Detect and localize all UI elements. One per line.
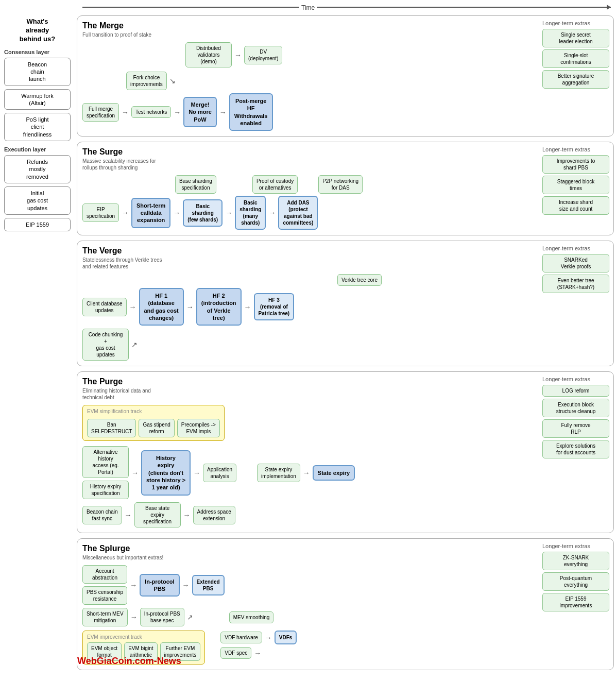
evm-bigint-node: EVM bigintarithmetic bbox=[124, 642, 157, 661]
arrow-purge1: → bbox=[131, 469, 139, 477]
surge-section: The Surge Massive scalability increases … bbox=[77, 142, 614, 235]
short-term-node: Short-termcalldataexpansion bbox=[131, 198, 170, 228]
splurge-evm-track: EVM improvement track EVM objectformat E… bbox=[82, 631, 205, 665]
time-header: Time bbox=[0, 0, 616, 13]
purge-extra-3: Fully removeRLP bbox=[542, 419, 609, 438]
basic-sharding-few-node: Basicsharding(few shards) bbox=[183, 199, 223, 227]
sidebar-eip1559: EIP 1559 bbox=[4, 218, 71, 231]
surge-extras-label: Longer-term extras bbox=[542, 146, 609, 152]
splurge-row2: Short-term MEVmitigation → In-protocol P… bbox=[82, 608, 534, 626]
surge-desc: Massive scalability increases for rollup… bbox=[82, 158, 165, 171]
verge-row2: Code chunking +gas cost updates ↗ bbox=[82, 329, 534, 361]
post-merge-node: Post-mergeHFWithdrawalsenabled bbox=[229, 93, 273, 131]
splurge-left1: Accountabstraction PBS censorshipresista… bbox=[82, 565, 127, 605]
history-expiry-spec-node: History expiryspecification bbox=[82, 481, 129, 499]
hf3-node: HF 3(removal ofPatricia tree) bbox=[254, 293, 295, 320]
merge-extra-1: Single secretleader election bbox=[542, 29, 609, 47]
merge-desc: Full transition to proof of stake bbox=[82, 31, 165, 38]
sidebar-refunds: Refundsmostlyremoved bbox=[4, 155, 71, 183]
dv-deployment-node: DV(deployment) bbox=[244, 46, 282, 64]
arrow-eip-st: → bbox=[122, 209, 129, 217]
purge-evm-track-label: EVM simplification track bbox=[87, 408, 220, 414]
splurge-extras-label: Longer-term extras bbox=[542, 543, 609, 549]
purge-extras: Longer-term extras LOG reform Execution … bbox=[542, 376, 609, 461]
arrow-bm-das: → bbox=[268, 209, 276, 217]
merge-row2: Full mergespecification → Test networks … bbox=[82, 93, 534, 131]
arrow-fc: ↘ bbox=[169, 77, 176, 85]
surge-extra-3: Increase shardsize and count bbox=[542, 196, 609, 215]
vdf-row1: VDF hardware → VDFs bbox=[220, 631, 297, 644]
surge-main-row: EIPspecification → Short-termcalldataexp… bbox=[82, 196, 534, 230]
arrow-st-bs: → bbox=[173, 209, 180, 217]
arrow-tn-merge: → bbox=[174, 108, 181, 116]
extended-pbs-node: ExtendedPBS bbox=[192, 575, 225, 595]
client-db-node: Client databaseupdates bbox=[82, 298, 127, 316]
verge-rows: Client databaseupdates → HF 1(databasean… bbox=[82, 288, 534, 361]
verge-extra-1: SNARKedVerkle proofs bbox=[542, 254, 609, 273]
merge-main-rows: Fork choiceimprovements ↘ Full mergespec… bbox=[82, 72, 534, 131]
add-das-node: Add DAS(protectagainst badcommittees) bbox=[278, 196, 318, 230]
splurge-extra-1: ZK-SNARKeverything bbox=[542, 552, 609, 570]
verge-extra-2: Even better tree(STARK+hash?) bbox=[542, 275, 609, 293]
time-arrow bbox=[82, 7, 611, 8]
time-label: Time bbox=[299, 4, 317, 11]
sidebar-title: What's already behind us? bbox=[4, 18, 71, 44]
arrow-fms-tn: → bbox=[122, 108, 129, 116]
short-term-mev-node: Short-term MEVmitigation bbox=[82, 608, 128, 626]
arrow-ipp-ext: → bbox=[182, 581, 190, 589]
surge-extra-2: Staggered blocktimes bbox=[542, 176, 609, 194]
account-abstraction-node: Accountabstraction bbox=[82, 565, 127, 584]
purge-extra-4: Explore solutionsfor dust accounts bbox=[542, 440, 609, 458]
arrow-he-aa: → bbox=[193, 469, 200, 477]
verkle-top: Verkle tree core bbox=[185, 274, 534, 286]
purge-desc: Eliminating historical data and technica… bbox=[82, 387, 165, 401]
merge-node: Merge!No morePoW bbox=[183, 97, 217, 127]
sidebar-pos-light: PoS lightclientfriendliness bbox=[4, 113, 71, 141]
splurge-row1: Accountabstraction PBS censorshipresista… bbox=[82, 565, 534, 605]
sidebar-initial-gas: Initialgas costupdates bbox=[4, 186, 71, 215]
verge-section: The Verge Statelessness through Verkle t… bbox=[77, 241, 614, 366]
merge-extras-label: Longer-term extras bbox=[542, 20, 609, 26]
base-sharding-spec-node: Base shardingspecification bbox=[175, 175, 216, 194]
arrow-hf23: → bbox=[244, 303, 251, 311]
precompiles-node: Precompiles ->EVM impls bbox=[177, 419, 220, 437]
test-networks-node: Test networks bbox=[131, 106, 171, 118]
further-evm-node: Further EVMimprovements bbox=[160, 642, 201, 661]
content-area: The Merge Full transition to proof of st… bbox=[75, 13, 616, 677]
app-analysis-node: Applicationanalysis bbox=[203, 464, 236, 482]
splurge-desc: Miscellaneous but important extras! bbox=[82, 554, 165, 561]
splurge-pbs-rows: Accountabstraction PBS censorshipresista… bbox=[82, 565, 534, 626]
purge-extra-2: Execution blockstructure cleanup bbox=[542, 399, 609, 417]
merge-section: The Merge Full transition to proof of st… bbox=[77, 15, 614, 137]
merge-flow: Distributedvalidators (demo) → DV(deploy… bbox=[82, 42, 534, 131]
verge-flow: Verkle tree core Client databaseupdates … bbox=[82, 274, 534, 361]
purge-extras-label: Longer-term extras bbox=[542, 376, 609, 382]
proof-of-custody-node: Proof of custodyor alternatives bbox=[252, 175, 298, 194]
arrow-bse-ase: → bbox=[183, 511, 191, 519]
surge-extra-1: Improvements toshard PBS bbox=[542, 155, 609, 174]
sidebar-warmup-fork: Warmup fork(Altair) bbox=[4, 89, 71, 110]
splurge-evm-track-label: EVM improvement track bbox=[87, 634, 200, 640]
splurge-evm-nodes: EVM objectformat EVM bigintarithmetic Fu… bbox=[87, 642, 200, 661]
splurge-section: The Splurge Miscellaneous but important … bbox=[77, 538, 614, 670]
arrow-splurge1: → bbox=[130, 581, 137, 589]
purge-row1: Alternative historyaccess (eg. Portal) H… bbox=[82, 446, 534, 499]
verge-desc: Statelessness through Verkle trees and r… bbox=[82, 257, 165, 270]
sidebar-beacon-chain: Beaconchainlaunch bbox=[4, 58, 71, 86]
arrow-dv: → bbox=[234, 51, 242, 59]
merge-row1: Fork choiceimprovements ↘ bbox=[82, 72, 534, 90]
verge-title: The Verge bbox=[82, 246, 608, 256]
arrow-bfs: → bbox=[125, 511, 132, 519]
eip-spec-node: EIPspecification bbox=[82, 203, 119, 222]
merge-extras: Longer-term extras Single secretleader e… bbox=[542, 20, 609, 91]
state-expiry-impl-node: State expiryimplementation bbox=[257, 464, 300, 482]
vdfs-node: VDFs bbox=[275, 631, 297, 644]
verge-extras-label: Longer-term extras bbox=[542, 245, 609, 251]
ban-selfdestruct-node: BanSELFDESTRUCT bbox=[87, 419, 136, 437]
arrow-merge-pm: → bbox=[219, 108, 227, 116]
merge-extra-2: Single-slotconfirmations bbox=[542, 49, 609, 68]
splurge-extra-3: EIP 1559improvements bbox=[542, 593, 609, 611]
execution-label: Execution layer bbox=[4, 146, 71, 152]
pbs-censorship-node: PBS censorshipresistance bbox=[82, 586, 127, 605]
surge-extras: Longer-term extras Improvements toshard … bbox=[542, 146, 609, 217]
